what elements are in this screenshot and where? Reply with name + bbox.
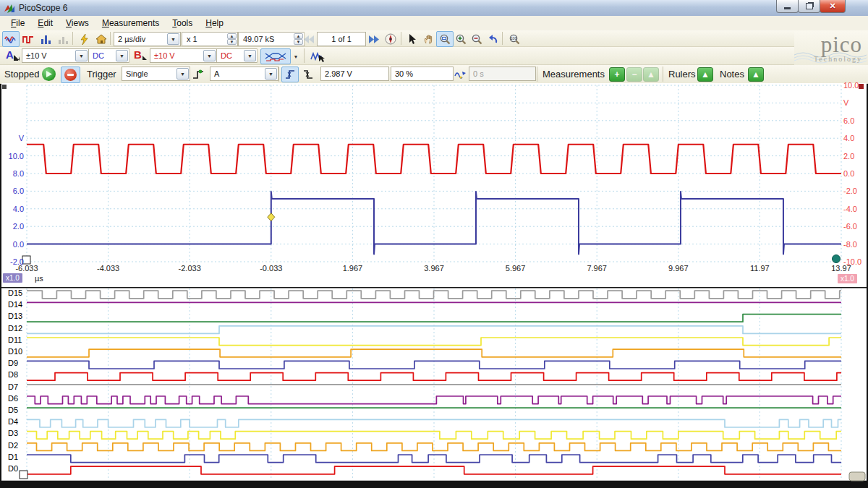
signal-generator-button[interactable]	[307, 48, 328, 64]
pre-trigger-input[interactable]: 30 %	[391, 67, 454, 81]
auto-setup-button[interactable]	[75, 31, 93, 47]
stop-button[interactable]	[61, 67, 80, 83]
trigger-label: Trigger	[87, 69, 116, 80]
digital-offset-handle[interactable]	[20, 471, 27, 479]
chevron-down-icon[interactable]: ▼	[203, 50, 216, 61]
timebase-value: 2 µs/div	[118, 35, 145, 43]
window-bottom-edge	[0, 482, 868, 488]
samples-stepper[interactable]: 49.07 kS ▲▼	[238, 32, 305, 46]
zoom-out-tool-button[interactable]	[468, 31, 485, 47]
channel-a-coupling-select[interactable]: DC ▼	[88, 48, 129, 63]
trigger-mode-value: Single	[126, 69, 148, 78]
chevron-down-icon[interactable]: ▼	[176, 68, 189, 80]
analog-scope-panel: V10.08.06.04.02.00.0-2.010.0V6.04.02.00.…	[0, 83, 868, 287]
stepper-arrows[interactable]: ▲▼	[227, 33, 237, 45]
channel-a-range-select[interactable]: ±10 V ▼	[22, 48, 89, 63]
trigger-delay-input[interactable]: 0 s	[469, 67, 536, 81]
add-measurement-button[interactable]: +	[609, 67, 625, 82]
digital-channels-dropdown[interactable]: ▼	[290, 48, 302, 64]
menu-help[interactable]: Help	[199, 17, 230, 30]
windowed-zoom-tool-button[interactable]	[436, 31, 454, 47]
channel-a-coupling-value: DC	[93, 51, 104, 60]
horizontal-zoom-stepper[interactable]: x 1 ▲▼	[182, 32, 238, 46]
x-scale-badge-left[interactable]: x1.0	[3, 273, 22, 283]
menu-measurements[interactable]: Measurements	[95, 17, 166, 30]
x-axis-unit: µs	[35, 274, 43, 283]
channels-toolbar: A ±10 V ▼ DC ▼ B ±10 V ▼ DC ▼ ▼	[0, 47, 868, 65]
measurements-label: Measurements	[542, 69, 605, 80]
post-trigger-delay-button[interactable]	[451, 67, 469, 82]
channel-b-range-select[interactable]: ±10 V ▼	[150, 48, 217, 63]
trigger-level-value: 2.987 V	[325, 69, 352, 78]
app-icon	[4, 2, 15, 14]
picoscope-window: PicoScope 6 ✕ FileEditViewsMeasurementsT…	[0, 0, 868, 488]
x-scale-badge-right[interactable]: x1.0	[838, 274, 857, 283]
main-toolbar: 2 µs/div ▼ x 1 ▲▼ 49.07 kS ▲▼ 1 of 1	[0, 30, 868, 47]
chevron-down-icon[interactable]: ▼	[75, 50, 88, 61]
timebase-select[interactable]: 2 µs/div ▼	[114, 32, 181, 46]
home-button[interactable]	[93, 31, 110, 47]
trigger-mode-select[interactable]: Single ▼	[122, 67, 190, 81]
edge-trigger-type-button[interactable]	[190, 67, 207, 82]
analog-plot[interactable]	[0, 83, 868, 287]
digital-corner-handle[interactable]	[849, 472, 865, 481]
logo-subtitle: Technology	[814, 55, 862, 63]
xy-view-button[interactable]	[54, 31, 72, 47]
menu-views[interactable]: Views	[59, 17, 95, 30]
remove-measurement-button[interactable]: −	[626, 67, 642, 82]
edit-measurement-button[interactable]: ▲	[643, 67, 659, 82]
scope-view-button[interactable]	[2, 31, 20, 47]
channel-a-handle-icon[interactable]	[14, 55, 20, 61]
buffer-indicator: 1 of 1	[317, 32, 366, 46]
notes-label: Notes	[720, 69, 744, 80]
persistence-view-button[interactable]	[20, 31, 37, 47]
notes-button[interactable]: ▲	[748, 67, 764, 82]
chevron-down-icon[interactable]: ▼	[116, 50, 128, 61]
left-axis-offset-handle[interactable]	[22, 256, 30, 264]
trigger-source-value: A	[214, 69, 219, 78]
channel-a-label: A	[6, 48, 14, 61]
channel-b-coupling-select[interactable]: DC ▼	[216, 48, 258, 63]
rising-edge-button[interactable]	[281, 67, 299, 82]
zoom-full-button[interactable]: 100	[506, 31, 523, 47]
falling-edge-button[interactable]	[299, 67, 317, 82]
minimize-button[interactable]	[776, 0, 799, 13]
digital-channels-button[interactable]	[260, 48, 291, 64]
restore-button[interactable]	[798, 0, 820, 13]
chevron-down-icon[interactable]: ▼	[167, 33, 179, 45]
normal-selection-tool-button[interactable]	[404, 31, 422, 47]
channel-b-range-value: ±10 V	[154, 51, 175, 60]
buffer-next-button[interactable]	[366, 31, 382, 47]
spectrum-view-button[interactable]	[37, 31, 54, 47]
menu-tools[interactable]: Tools	[166, 17, 199, 30]
channel-b-handle-icon[interactable]	[142, 55, 148, 61]
panel-corner-handle[interactable]	[2, 85, 7, 89]
trigger-delay-value: 0 s	[473, 69, 484, 78]
close-button[interactable]: ✕	[820, 0, 846, 13]
chevron-down-icon[interactable]: ▼	[244, 50, 256, 61]
chevron-down-icon[interactable]: ▼	[265, 68, 277, 80]
buffer-previous-button[interactable]	[301, 31, 317, 47]
trigger-source-select[interactable]: A ▼	[210, 67, 278, 81]
samples-value: 49.07 kS	[243, 35, 274, 43]
digital-channels-panel: D15D14D13D12D11D10D9D8D7D6D5D4D3D2D1D0	[0, 287, 868, 482]
undo-zoom-button[interactable]	[484, 31, 501, 47]
right-axis-top-marker[interactable]	[859, 84, 864, 89]
channel-b-label: B	[134, 48, 142, 61]
digital-plot[interactable]	[0, 287, 868, 482]
zoom-in-tool-button[interactable]	[452, 31, 469, 47]
menu-file[interactable]: File	[4, 17, 31, 30]
hand-tool-button[interactable]	[420, 31, 438, 47]
trigger-level-input[interactable]: 2.987 V	[320, 67, 389, 81]
channel-a-range-value: ±10 V	[26, 51, 47, 60]
pre-trigger-value: 30 %	[395, 69, 413, 78]
logo-brand: pico	[821, 32, 862, 58]
menu-edit[interactable]: Edit	[31, 17, 59, 30]
start-button[interactable]	[42, 67, 56, 81]
rulers-button[interactable]: ▲	[697, 67, 713, 82]
buffer-navigator-button[interactable]	[382, 31, 399, 47]
pico-logo: pico Technology	[794, 30, 868, 65]
svg-text:100: 100	[510, 36, 516, 40]
channel-b-coupling-value: DC	[221, 51, 232, 60]
right-axis-offset-marker[interactable]	[833, 255, 841, 263]
